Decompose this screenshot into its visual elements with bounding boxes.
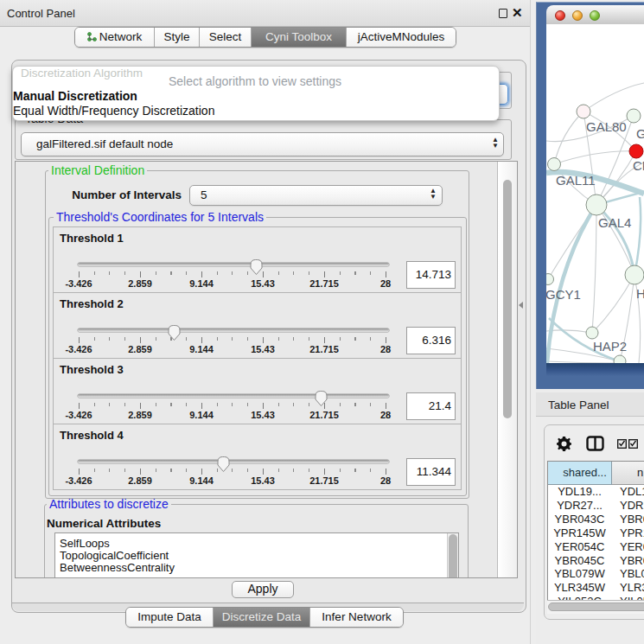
svg-text:HI: HI xyxy=(636,286,644,301)
svg-text:HAP2: HAP2 xyxy=(593,339,627,354)
svg-text:GAL4: GAL4 xyxy=(598,215,631,230)
svg-text:GCY1: GCY1 xyxy=(546,287,581,302)
svg-text:GAL80: GAL80 xyxy=(586,119,627,134)
svg-text:CR: CR xyxy=(633,158,644,173)
svg-text:GA: GA xyxy=(636,126,644,141)
svg-text:GAL11: GAL11 xyxy=(556,173,596,188)
